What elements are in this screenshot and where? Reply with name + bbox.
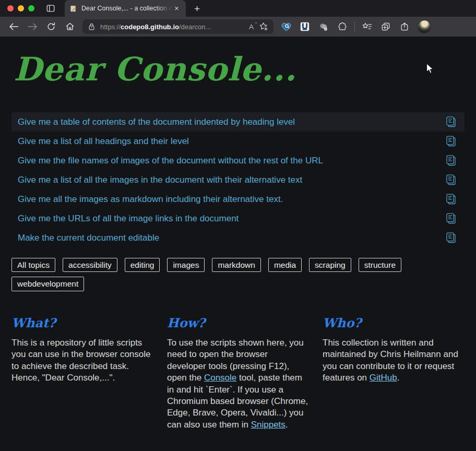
copy-icon[interactable] — [446, 232, 456, 243]
script-row: Give me the URLs of all the image links … — [11, 209, 465, 228]
column-heading: Who? — [323, 315, 465, 330]
forward-icon[interactable] — [23, 22, 42, 31]
script-link[interactable]: Give me all the images as markdown inclu… — [18, 194, 283, 205]
lock-icon[interactable] — [88, 22, 96, 31]
inline-link[interactable]: GitHub — [370, 373, 397, 383]
column-text: This is a repository of little scripts y… — [11, 337, 153, 384]
topic-filters: All topics accessibility editing images … — [11, 258, 465, 291]
tab-favicon-note-pencil-icon — [69, 5, 77, 13]
column-text: To use the scripts shown here, you need … — [167, 337, 309, 431]
extensions-puzzle-icon[interactable] — [333, 21, 352, 32]
script-link[interactable]: Give me a list of all the images in the … — [18, 175, 302, 185]
script-link[interactable]: Make the current document editable — [18, 233, 159, 243]
script-link[interactable]: Give me the file names of images of the … — [18, 156, 323, 166]
topic-filter-button[interactable]: images — [167, 258, 205, 272]
info-columns: What? This is a repository of little scr… — [11, 315, 465, 431]
column-heading: What? — [11, 315, 153, 330]
topic-filter-button[interactable]: webdevelopment — [11, 277, 84, 291]
script-link[interactable]: Give me a table of contents of the docum… — [18, 117, 295, 127]
address-bar[interactable]: https://codepo8.github.io/dearcon... A” — [82, 19, 273, 34]
inline-link[interactable]: Snippets — [251, 420, 285, 430]
share-icon[interactable] — [395, 21, 414, 32]
script-row: Give me a list of all headings and their… — [11, 132, 465, 151]
url-text: https://codepo8.github.io/dearcon... — [100, 23, 246, 31]
cookies-extension-icon[interactable] — [314, 22, 333, 31]
url-host: codepo8.github.io — [121, 23, 179, 31]
add-favorite-icon[interactable] — [259, 22, 268, 31]
info-column: How? To use the scripts shown here, you … — [167, 315, 309, 431]
copy-icon[interactable] — [446, 155, 456, 166]
u-extension-icon[interactable] — [295, 21, 314, 32]
close-window-button[interactable] — [7, 5, 14, 11]
script-row: Give me a list of all the images in the … — [11, 170, 465, 189]
script-row: Give me all the images as markdown inclu… — [11, 189, 465, 209]
tab-close-icon[interactable]: ✕ — [172, 4, 181, 13]
script-link[interactable]: Give me a list of all headings and their… — [18, 136, 189, 147]
read-aloud-icon[interactable]: A” — [249, 23, 256, 31]
reload-icon[interactable] — [42, 21, 61, 32]
tab-bar: Dear Console,... - a collection o ✕ + — [0, 0, 476, 17]
text-segment: This is a repository of little scripts y… — [11, 338, 151, 383]
info-column: Who? This collection is written and main… — [323, 315, 465, 431]
browser-window: Dear Console,... - a collection o ✕ + ht… — [0, 0, 476, 451]
script-list: Give me a table of contents of the docum… — [11, 112, 465, 247]
new-tab-button[interactable]: + — [194, 4, 200, 14]
info-column: What? This is a repository of little scr… — [11, 315, 153, 431]
profile-avatar[interactable] — [418, 20, 431, 33]
tab-title: Dear Console,... - a collection o — [81, 5, 172, 12]
copy-icon[interactable] — [446, 213, 456, 224]
script-row: Make the current document editable — [11, 228, 465, 247]
topic-filter-button[interactable]: scraping — [309, 258, 351, 272]
topic-filter-button[interactable]: editing — [125, 258, 160, 272]
topic-filter-button[interactable]: accessibility — [63, 258, 117, 272]
script-row: Give me a table of contents of the docum… — [11, 112, 465, 132]
page-title: Dear Console... — [14, 50, 476, 88]
text-segment: . — [397, 373, 400, 383]
script-link[interactable]: Give me the URLs of all the image links … — [18, 213, 239, 224]
copy-icon[interactable] — [446, 136, 456, 147]
copy-icon[interactable] — [446, 194, 456, 205]
browser-tab[interactable]: Dear Console,... - a collection o ✕ — [65, 0, 186, 17]
copy-icon[interactable] — [446, 116, 456, 127]
topic-filter-button[interactable]: All topics — [11, 258, 55, 272]
text-segment: . — [285, 420, 288, 430]
collections-icon[interactable] — [376, 21, 395, 32]
topic-filter-button[interactable]: markdown — [212, 258, 261, 272]
home-icon[interactable] — [61, 21, 79, 32]
browser-toolbar: https://codepo8.github.io/dearcon... A” — [0, 17, 476, 37]
window-controls — [0, 5, 34, 11]
toolbar-separator — [354, 21, 355, 32]
favorites-hub-icon[interactable] — [358, 21, 376, 32]
url-scheme: https:// — [100, 23, 121, 31]
zoom-window-button[interactable] — [28, 5, 34, 11]
minimize-window-button[interactable] — [18, 5, 24, 11]
copy-icon[interactable] — [446, 174, 456, 185]
shopping-extension-icon[interactable] — [277, 21, 295, 32]
column-heading: How? — [167, 315, 309, 330]
back-icon[interactable] — [4, 22, 23, 31]
column-text: This collection is written and maintaine… — [323, 337, 465, 384]
page-content: Dear Console... Give me a table of conte… — [0, 37, 476, 451]
tab-actions-menu-icon[interactable] — [46, 4, 55, 13]
script-row: Give me the file names of images of the … — [11, 151, 465, 170]
inline-link[interactable]: Console — [204, 373, 236, 383]
topic-filter-button[interactable]: media — [268, 258, 302, 272]
topic-filter-button[interactable]: structure — [359, 258, 401, 272]
url-path: /dearcon... — [179, 23, 211, 31]
